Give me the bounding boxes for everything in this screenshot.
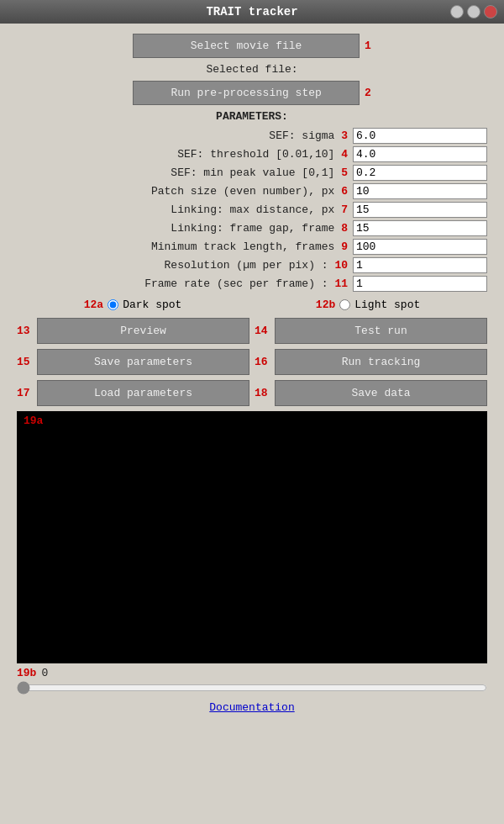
param-row-2: SEF: min peak value [0,1] 5 [17, 165, 487, 181]
select-movie-row: Select movie file 1 [17, 34, 487, 58]
test-run-button[interactable]: Test run [275, 318, 487, 344]
param-input-1[interactable] [353, 146, 487, 162]
frame-slider[interactable] [17, 681, 487, 695]
action-buttons-grid: 13 Preview 14 Test run 15 Save parameter… [17, 318, 487, 406]
light-spot-label: Light spot [354, 298, 420, 311]
load-parameters-cell: 17 Load parameters [17, 380, 249, 406]
slider-num-row: 19b 0 [17, 667, 487, 679]
dark-spot-group: 12a Dark spot [84, 298, 182, 311]
load-parameters-button[interactable]: Load parameters [37, 380, 249, 406]
save-parameters-button[interactable]: Save parameters [37, 349, 249, 375]
dark-spot-num: 12a [84, 298, 103, 311]
light-spot-group: 12b Light spot [316, 298, 420, 311]
param-label-6: Minimum track length, frames 9 [17, 240, 353, 253]
param-row-1: SEF: threshold [0.01,10] 4 [17, 146, 487, 162]
param-row-8: Frame rate (sec per frame) : 11 [17, 276, 487, 292]
main-content: Select movie file 1 Selected file: Run p… [0, 24, 504, 721]
close-button[interactable] [484, 5, 497, 18]
run-preprocessing-number: 2 [365, 87, 371, 99]
preview-area: 19a [17, 411, 487, 663]
parameters-section: SEF: sigma 3 SEF: threshold [0.01,10] 4 … [17, 128, 487, 292]
dark-spot-radio[interactable] [108, 299, 118, 310]
title-bar: TRAIT tracker [0, 0, 504, 24]
window-controls [450, 5, 497, 18]
run-tracking-num: 16 [255, 356, 271, 368]
param-row-3: Patch size (even number), px 6 [17, 183, 487, 199]
param-input-4[interactable] [353, 202, 487, 218]
param-row-4: Linking: max distance, px 7 [17, 202, 487, 218]
minimize-button[interactable] [450, 5, 464, 18]
param-label-1: SEF: threshold [0.01,10] 4 [17, 148, 353, 161]
save-data-button[interactable]: Save data [275, 380, 487, 406]
test-run-num: 14 [255, 325, 271, 337]
save-parameters-cell: 15 Save parameters [17, 349, 249, 375]
preview-canvas [17, 411, 487, 663]
param-input-6[interactable] [353, 239, 487, 255]
param-label-3: Patch size (even number), px 6 [17, 185, 353, 198]
light-spot-num: 12b [316, 298, 335, 311]
preview-num: 13 [17, 325, 34, 337]
dark-spot-label: Dark spot [123, 298, 181, 311]
slider-section: 19b 0 [17, 667, 487, 698]
param-input-5[interactable] [353, 220, 487, 236]
select-movie-button[interactable]: Select movie file [133, 34, 360, 58]
param-input-0[interactable] [353, 128, 487, 144]
test-run-cell: 14 Test run [255, 318, 487, 344]
save-parameters-num: 15 [17, 356, 34, 368]
param-input-3[interactable] [353, 183, 487, 199]
param-row-7: Resolution (µm per pix) : 10 [17, 257, 487, 273]
load-parameters-num: 17 [17, 387, 34, 399]
param-label-5: Linking: frame gap, frame 8 [17, 222, 353, 235]
run-tracking-cell: 16 Run tracking [255, 349, 487, 375]
param-label-7: Resolution (µm per pix) : 10 [17, 259, 353, 272]
param-input-7[interactable] [353, 257, 487, 273]
run-tracking-button[interactable]: Run tracking [275, 349, 487, 375]
param-label-0: SEF: sigma 3 [17, 129, 353, 142]
documentation-row: Documentation [17, 701, 487, 714]
app-title: TRAIT tracker [206, 5, 297, 18]
preview-cell: 13 Preview [17, 318, 249, 344]
preview-area-label: 19a [24, 415, 43, 427]
run-preprocessing-row: Run pre-processing step 2 [17, 81, 487, 105]
slider-num-label: 19b [17, 667, 36, 679]
select-movie-number: 1 [365, 40, 371, 52]
param-input-2[interactable] [353, 165, 487, 181]
parameters-title: PARAMETERS: [17, 110, 487, 123]
save-data-cell: 18 Save data [255, 380, 487, 406]
preview-button[interactable]: Preview [37, 318, 249, 344]
save-data-num: 18 [255, 387, 271, 399]
param-label-2: SEF: min peak value [0,1] 5 [17, 166, 353, 179]
run-preprocessing-button[interactable]: Run pre-processing step [133, 81, 360, 105]
param-input-8[interactable] [353, 276, 487, 292]
documentation-link[interactable]: Documentation [209, 701, 294, 714]
param-label-8: Frame rate (sec per frame) : 11 [17, 277, 353, 290]
param-row-0: SEF: sigma 3 [17, 128, 487, 144]
param-label-4: Linking: max distance, px 7 [17, 203, 353, 216]
selected-file-label: Selected file: [17, 63, 487, 76]
maximize-button[interactable] [467, 5, 480, 18]
param-row-5: Linking: frame gap, frame 8 [17, 220, 487, 236]
spot-type-row: 12a Dark spot 12b Light spot [17, 298, 487, 311]
light-spot-radio[interactable] [339, 299, 350, 310]
param-row-6: Minimum track length, frames 9 [17, 239, 487, 255]
slider-value: 0 [41, 667, 48, 679]
